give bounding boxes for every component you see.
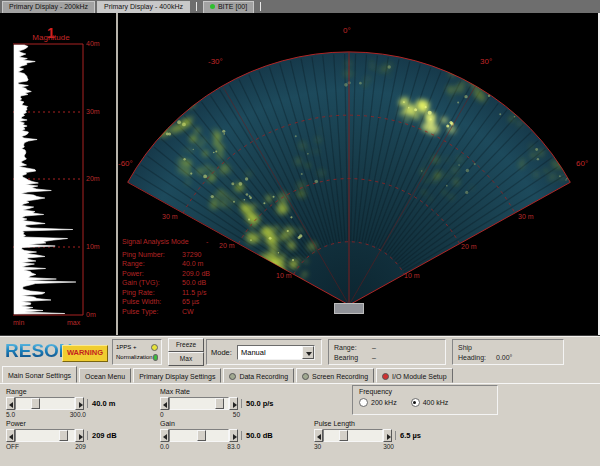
frequency-label: Frequency [359,388,491,395]
slider-right-arrow[interactable] [75,429,84,442]
heading-label: Heading: [458,354,496,361]
range-bearing-group: Range:– Bearing– [328,339,446,365]
radio-icon [359,398,368,407]
pulse-length-slider-thumb[interactable] [339,430,348,441]
tab-primary-display-settings[interactable]: Primary Display Settings [133,368,221,383]
range-value: – [372,344,376,351]
gain-slider-thumb[interactable] [197,430,206,441]
scale-max: 300.0 [70,411,86,418]
slider-label: Gain [160,420,290,428]
freeze-button[interactable]: Freeze [168,338,204,352]
magnitude-panel: 1 Magnitude 40m 30m 20m 10m 0m min max [3,14,116,334]
scale-max: 50 [233,411,240,418]
slider-right-arrow[interactable] [75,397,84,410]
max-rate-slider-thumb[interactable] [215,398,224,409]
scale-0m: 0m [86,311,96,318]
pulse-length-slider-track[interactable] [323,429,383,442]
max-rate-slider-value: 50.0 p/s [241,399,274,408]
overlay-label: Ping Number: [122,250,182,260]
status-bar: RESON WARNING 1PPS + Normalization Freez… [0,335,600,369]
tab-separator [196,2,197,11]
slider-left-arrow[interactable] [6,397,15,410]
power-slider-group: Power 209 dB OFF209 [6,420,136,450]
sonar-application-window: Primary Display - 200kHz Primary Display… [0,0,600,466]
max-label: max [67,319,80,326]
frequency-400khz-radio[interactable]: 400 kHz [411,398,449,407]
ring-label-right-20m: 20 m [461,243,477,250]
slider-right-arrow[interactable] [229,397,238,410]
mode-group: Mode: Manual [206,339,322,365]
pulse-length-slider-group: Pulse Length 6.5 µs 30300 [314,420,444,450]
sonar-fan-display[interactable]: 0° -30° 30° -60° 60° 30 m 20 m 10 m 30 m… [118,13,598,335]
tab-screen-recording[interactable]: Screen Recording [296,368,374,383]
max-rate-slider-group: Max Rate 50.0 p/s 050 [160,388,290,418]
slider-right-arrow[interactable] [383,429,392,442]
scale-min: 30 [314,443,321,450]
slider-left-arrow[interactable] [160,429,169,442]
overlay-value: 40.0 m [182,259,203,269]
range-label: Range: [334,344,372,351]
angle-label-60: 60° [576,159,588,168]
gain-slider-group: Gain 50.0 dB 0.083.0 [160,420,290,450]
bearing-value: – [372,354,376,361]
overlay-value: 65 µs [182,297,199,307]
tab-bite[interactable]: BITE [00] [203,1,254,13]
frequency-200khz-radio[interactable]: 200 kHz [359,398,397,407]
tab-main-sonar-settings[interactable]: Main Sonar Settings [2,366,77,383]
slider-left-arrow[interactable] [314,429,323,442]
gain-slider-track[interactable] [169,429,229,442]
slider-left-arrow[interactable] [6,429,15,442]
overlay-label: Pulse Width: [122,297,182,307]
normalization-led-icon [153,354,158,361]
max-button[interactable]: Max [168,352,204,366]
overlay-value: 37290 [182,250,201,260]
mode-dropdown[interactable]: Manual [237,345,315,360]
dropdown-arrow-icon[interactable] [302,346,314,359]
pps-led-icon [151,344,158,351]
tab-primary-display-200khz[interactable]: Primary Display - 200kHz [2,1,95,13]
slider-label: Max Rate [160,388,290,396]
scale-min: 5.0 [6,411,15,418]
range-slider-track[interactable] [15,397,75,410]
mode-label: Mode: [211,348,232,357]
magnitude-title: Magnitude [3,33,99,42]
tab-primary-display-400khz[interactable]: Primary Display - 400kHz [97,1,190,13]
range-slider-thumb[interactable] [31,398,40,409]
scale-max: 209 [75,443,86,450]
scale-min: OFF [6,443,19,450]
display-tab-bar: Primary Display - 200kHz Primary Display… [0,0,600,14]
angle-label-minus60: -60° [118,159,133,168]
overlay-value: 50.0 dB [182,278,206,288]
ship-title: Ship [458,344,472,351]
power-slider-track[interactable] [15,429,75,442]
normalization-label: Normalization [116,354,153,360]
settings-panel: Main Sonar Settings Ocean Menu Primary D… [0,368,600,466]
tab-ocean-menu[interactable]: Ocean Menu [79,368,131,383]
overlay-label: Range: [122,259,182,269]
scale-30m: 30m [86,108,100,115]
warning-button[interactable]: WARNING [62,345,108,362]
overlay-label: Ping Rate: [122,288,182,298]
pps-label: 1PPS + [116,344,137,350]
overlay-label: Power: [122,269,182,279]
overlay-value: CW [182,307,194,317]
ship-group: Ship Heading:0.00° [452,339,564,365]
record-status-icon [229,373,236,380]
tab-io-module-setup[interactable]: I/O Module Setup [376,368,452,383]
radio-selected-icon [411,398,420,407]
settings-tab-bar: Main Sonar Settings Ocean Menu Primary D… [0,369,453,383]
slider-label: Power [6,420,136,428]
status-green-dot-icon [210,4,215,9]
overlay-title-value: - [206,237,208,247]
tab-data-recording[interactable]: Data Recording [223,368,294,383]
scale-max: 300 [383,443,394,450]
ring-label-left-30m: 30 m [162,213,178,220]
heading-value: 0.00° [496,354,512,361]
max-rate-slider-track[interactable] [169,397,229,410]
scale-min: 0 [160,411,164,418]
overlay-label: Gain (TVG): [122,278,182,288]
slider-right-arrow[interactable] [229,429,238,442]
power-slider-thumb[interactable] [59,430,68,441]
pulse-length-slider-value: 6.5 µs [395,431,421,440]
slider-left-arrow[interactable] [160,397,169,410]
